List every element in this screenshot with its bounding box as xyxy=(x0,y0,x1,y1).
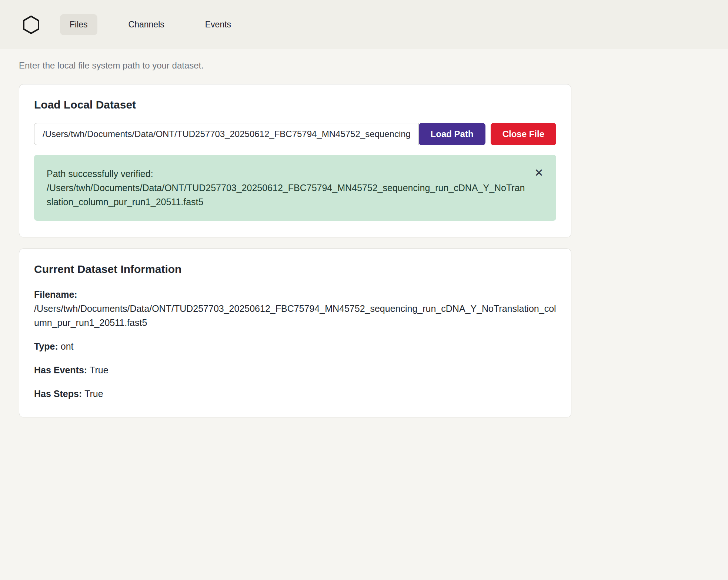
success-alert-message: Path successfully verified: /Users/twh/D… xyxy=(47,167,525,209)
top-nav: Files Channels Events xyxy=(0,0,728,49)
field-has-events: Has Events: True xyxy=(34,363,556,377)
path-input-row: Load Path Close File xyxy=(34,123,556,145)
field-has-steps-label: Has Steps: xyxy=(34,389,84,399)
field-has-events-label: Has Events: xyxy=(34,365,90,375)
info-card-title: Current Dataset Information xyxy=(34,263,556,276)
path-input[interactable] xyxy=(34,123,419,145)
load-card-title: Load Local Dataset xyxy=(34,99,556,111)
close-file-button[interactable]: Close File xyxy=(491,123,556,145)
field-filename: Filename: /Users/twh/Documents/Data/ONT/… xyxy=(34,287,556,330)
field-has-steps-value: True xyxy=(84,389,103,399)
main-content: Enter the local file system path to your… xyxy=(19,49,571,417)
nav-tabs: Files Channels Events xyxy=(60,14,241,35)
field-type: Type: ont xyxy=(34,339,556,353)
field-has-steps: Has Steps: True xyxy=(34,387,556,401)
field-filename-label: Filename: xyxy=(34,289,77,300)
tab-files[interactable]: Files xyxy=(60,14,97,35)
intro-text: Enter the local file system path to your… xyxy=(19,60,571,71)
tab-channels[interactable]: Channels xyxy=(119,14,174,35)
app-logo[interactable] xyxy=(21,14,41,35)
field-has-events-value: True xyxy=(90,365,108,375)
alert-close-icon[interactable]: ✕ xyxy=(534,167,544,179)
current-dataset-info-card: Current Dataset Information Filename: /U… xyxy=(19,249,571,417)
tab-events[interactable]: Events xyxy=(196,14,241,35)
field-type-value: ont xyxy=(61,341,74,351)
load-path-button[interactable]: Load Path xyxy=(419,123,485,145)
load-local-dataset-card: Load Local Dataset Load Path Close File … xyxy=(19,84,571,237)
field-filename-value: /Users/twh/Documents/Data/ONT/TUD257703_… xyxy=(34,303,556,328)
success-alert: Path successfully verified: /Users/twh/D… xyxy=(34,155,556,221)
hexagon-icon xyxy=(22,15,40,34)
field-type-label: Type: xyxy=(34,341,61,351)
